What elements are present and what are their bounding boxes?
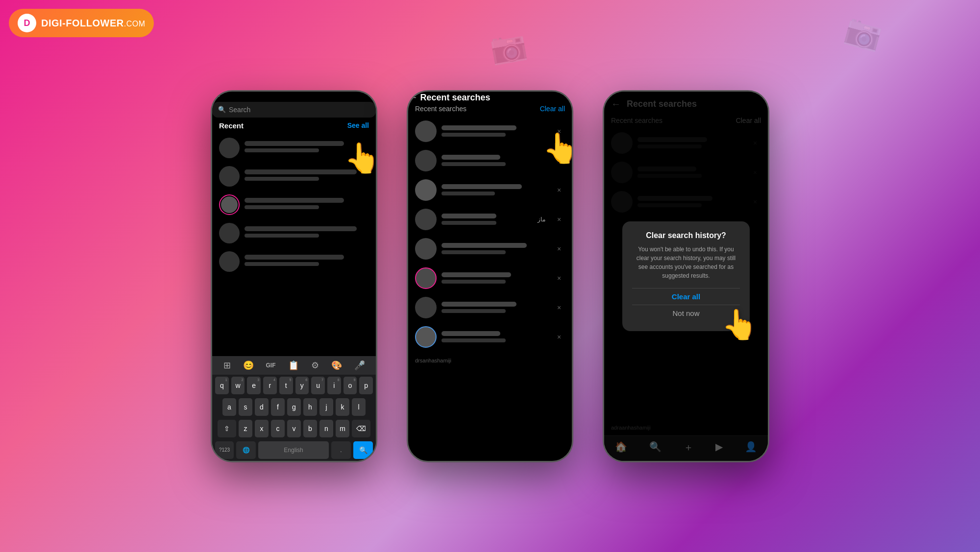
key-f[interactable]: f [271,398,285,416]
key-l[interactable]: l [352,398,366,416]
key-a[interactable]: a [222,398,236,416]
key-s[interactable]: s [239,398,252,416]
phone1-search-box[interactable]: 🔍 Search [212,102,376,118]
blurred-line [245,141,344,146]
item-name [441,155,500,160]
item-tag: ماز [538,216,545,223]
avatar-3 [219,194,240,215]
toolbar-icon-emoji[interactable]: 😊 [243,360,254,371]
avatar-4 [219,223,240,243]
key-k[interactable]: k [336,398,349,416]
avatar [415,238,437,260]
text-group-3 [245,198,369,212]
remove-item-btn[interactable]: × [553,243,565,255]
phone-2: ← Recent searches Recent searches Clear … [407,90,573,462]
key-e[interactable]: e3 [247,377,261,394]
item-name [441,243,527,248]
remove-item-btn[interactable]: × [553,331,565,343]
phone2-section-label: Recent searches [415,105,466,113]
avatar [415,150,437,171]
item-sub [441,192,495,195]
item-sub [441,309,506,313]
remove-item-btn[interactable]: × [553,302,565,313]
item-info [441,214,533,225]
key-numbers[interactable]: ?123 [215,441,234,459]
phone-1: ← 🔍 Search Recent See all [211,90,377,462]
keyboard[interactable]: ⊞ 😊 GIF 📋 ⚙ 🎨 🎤 q1 w2 e3 r4 t5 y6 u7 [212,356,376,461]
item-name [441,214,496,218]
key-t[interactable]: t5 [279,377,293,394]
key-b[interactable]: b [303,420,317,437]
blurred-line [245,255,344,260]
key-w[interactable]: w2 [231,377,245,394]
key-i[interactable]: i8 [327,377,341,394]
dialog-title: Clear search history? [632,231,740,240]
key-q[interactable]: q1 [215,377,229,394]
keyboard-row-4: ?123 🌐 English . 🔍 [212,439,376,461]
phone1-search-placeholder: Search [229,106,250,114]
key-y[interactable]: y6 [295,377,309,394]
phone1-see-all[interactable]: See all [347,121,369,129]
toolbar-icon-clipboard[interactable]: 📋 [288,360,299,371]
blurred-line [245,262,319,266]
keyboard-toolbar: ⊞ 😊 GIF 📋 ⚙ 🎨 🎤 [212,356,376,375]
key-o[interactable]: o9 [343,377,357,394]
phone-1-screen: ← 🔍 Search Recent See all [212,92,376,461]
item-sub [441,133,506,137]
phone2-clear-all[interactable]: Clear all [540,105,565,113]
key-d[interactable]: d [255,398,269,416]
key-globe[interactable]: 🌐 [236,441,256,459]
keyboard-row-1: q1 w2 e3 r4 t5 y6 u7 i8 o9 p [212,375,376,396]
key-r[interactable]: r4 [263,377,277,394]
avatar-1 [219,138,240,158]
key-m[interactable]: m [336,420,349,437]
key-z[interactable]: z [239,420,252,437]
toolbar-icon-gif[interactable]: GIF [266,362,276,369]
toolbar-icon-grid[interactable]: ⊞ [223,360,231,371]
toolbar-icon-settings[interactable]: ⚙ [311,360,319,371]
item-info [441,272,548,284]
blurred-line [245,169,357,174]
avatar [415,326,437,348]
key-u[interactable]: u7 [311,377,325,394]
hand-pointer-2: 👆 [542,131,572,166]
remove-item-btn[interactable]: × [553,214,565,225]
item-sub [441,250,506,254]
avatar-inner [221,196,238,213]
key-delete[interactable]: ⌫ [352,420,370,437]
key-space[interactable]: English [258,441,329,459]
key-g[interactable]: g [287,398,301,416]
keyboard-row-3: ⇧ z x c v b n m ⌫ [212,418,376,439]
key-shift[interactable]: ⇧ [218,420,236,437]
phone2-item-7: × [408,293,572,322]
search-item-4 [212,219,376,247]
phone2-title: Recent searches [420,93,490,102]
item-sub [441,280,506,284]
phone2-nav-header: ← Recent searches [408,92,572,103]
remove-item-btn[interactable]: × [553,272,565,284]
item-info [441,155,548,166]
phone1-header: ← 🔍 Search [212,92,376,118]
key-p[interactable]: p [359,377,373,394]
toolbar-icon-mic[interactable]: 🎤 [354,360,365,371]
key-h[interactable]: h [303,398,317,416]
key-n[interactable]: n [319,420,333,437]
dialog-clear-btn[interactable]: Clear all [632,288,740,305]
username-footer: drsanhashamiji [408,352,572,368]
remove-item-btn[interactable]: × [553,184,565,196]
key-j[interactable]: j [319,398,333,416]
phone1-back-icon[interactable]: ← [212,92,221,101]
key-period[interactable]: . [331,441,351,459]
item-info [441,243,548,254]
blurred-line [245,177,319,181]
avatar [415,209,437,230]
key-search[interactable]: 🔍 [353,441,373,459]
text-group-5 [245,255,369,268]
key-c[interactable]: c [271,420,285,437]
key-v[interactable]: v [287,420,301,437]
toolbar-icon-paint[interactable]: 🎨 [331,360,342,371]
key-x[interactable]: x [255,420,269,437]
phone1-recent-header: Recent See all [212,118,376,134]
phone2-back-icon[interactable]: ← [408,92,418,102]
blurred-line [245,148,319,152]
